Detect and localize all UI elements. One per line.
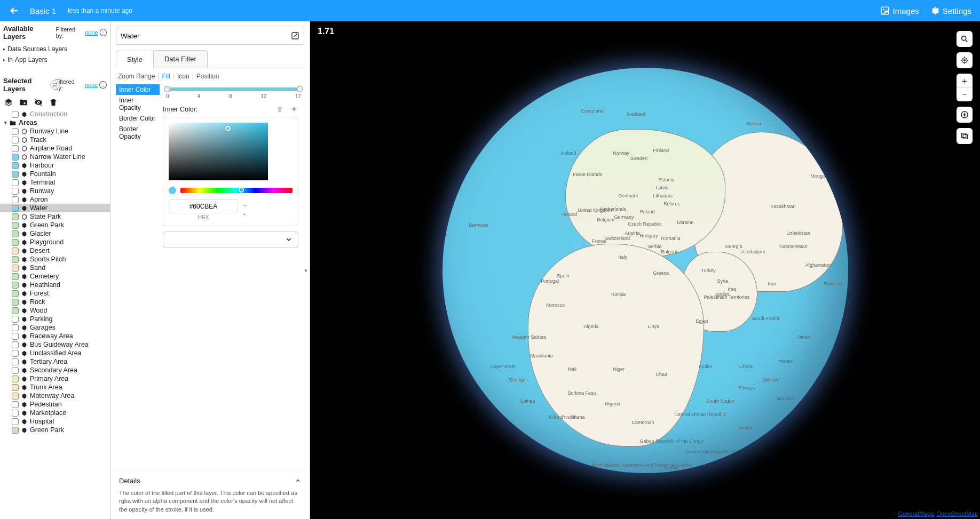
list-item[interactable]: Runway <box>0 187 110 195</box>
shape-icon <box>21 188 28 195</box>
visibility-off-icon[interactable] <box>34 98 43 107</box>
edit-icon[interactable] <box>291 31 299 40</box>
list-item[interactable]: Green Park <box>0 221 110 229</box>
layer-name-input[interactable] <box>121 32 291 40</box>
subtab-icon[interactable]: Icon <box>177 73 189 80</box>
list-item[interactable]: Fountain <box>0 170 110 178</box>
list-item[interactable]: Water <box>0 204 110 212</box>
split-handle[interactable] <box>50 80 60 90</box>
list-item[interactable]: Playground <box>0 238 110 246</box>
list-item[interactable]: Bus Guideway Area <box>0 340 110 349</box>
list-item[interactable]: Glacier <box>0 229 110 238</box>
slider-handle-min[interactable] <box>164 86 170 92</box>
shape-icon <box>21 239 28 246</box>
list-item[interactable]: Sand <box>0 264 110 272</box>
format-stepper[interactable]: ⌃ ⌄ <box>242 204 247 216</box>
fill-options: Inner Color Inner Opacity Border Color B… <box>116 84 160 247</box>
list-item[interactable]: Tertiary Area <box>0 357 110 366</box>
list-item[interactable]: Desert <box>0 246 110 255</box>
layers-icon[interactable] <box>4 98 13 107</box>
search-map-button[interactable] <box>957 31 973 47</box>
hue-handle[interactable] <box>239 187 244 193</box>
list-item[interactable]: Runway Line <box>0 127 110 135</box>
list-item[interactable]: Airplane Road <box>0 144 110 153</box>
list-item[interactable]: Heathland <box>0 281 110 289</box>
panel-collapse-handle[interactable] <box>302 260 310 281</box>
value-range-slider[interactable] <box>166 85 301 93</box>
opt-border-opacity[interactable]: Border Opacity <box>116 124 160 142</box>
hue-slider[interactable] <box>180 188 293 193</box>
view-3d-button[interactable] <box>957 128 973 144</box>
satval-cursor[interactable] <box>225 126 231 131</box>
list-item[interactable]: Forest <box>0 289 110 298</box>
panel-tabs: Style Data Filter <box>116 50 304 68</box>
shape-icon <box>21 205 28 212</box>
subtab-position[interactable]: Position <box>196 73 219 80</box>
delete-icon[interactable] <box>49 98 58 107</box>
layer-label: Forest <box>30 290 49 297</box>
list-item[interactable]: Track <box>0 135 110 144</box>
tab-data-filter[interactable]: Data Filter <box>153 50 208 68</box>
list-item[interactable]: Trunk Area <box>0 383 110 392</box>
list-item[interactable]: Wood <box>0 306 110 315</box>
delete-stop-icon[interactable] <box>276 106 283 113</box>
list-item[interactable]: Harbour <box>0 161 110 170</box>
list-item[interactable]: Parking <box>0 315 110 323</box>
folder-add-icon[interactable] <box>19 98 28 107</box>
chevron-up-icon[interactable]: ⌃ <box>242 204 247 210</box>
list-item[interactable]: Green Park <box>0 426 110 434</box>
collapse-details-icon[interactable] <box>295 477 301 484</box>
style-dropdown[interactable] <box>163 231 298 247</box>
list-item[interactable]: State Park <box>0 212 110 221</box>
chevron-down-icon[interactable]: ⌄ <box>242 210 247 216</box>
list-item[interactable]: Pedestrian <box>0 400 110 409</box>
country-label: Cape Verde <box>491 364 516 369</box>
available-layer-item[interactable]: In-App Layers <box>0 54 110 65</box>
list-item[interactable]: Sports Pitch <box>0 255 110 264</box>
attribution-generalmagic[interactable]: GeneralMagic <box>898 510 935 517</box>
country-label: Bermuda <box>469 222 489 228</box>
opt-inner-opacity[interactable]: Inner Opacity <box>116 95 160 113</box>
settings-button[interactable]: Settings <box>930 6 971 15</box>
list-item[interactable]: Marketplace <box>0 409 110 417</box>
list-item[interactable]: Raceway Area <box>0 332 110 340</box>
globe[interactable]: IcelandGreenlandSvalbardNorwaySwedenFinl… <box>442 68 848 473</box>
subtab-fill[interactable]: Fill <box>162 73 170 80</box>
list-item[interactable]: Garages <box>0 323 110 332</box>
saturation-value-field[interactable] <box>169 123 268 180</box>
tab-style[interactable]: Style <box>116 51 154 68</box>
add-stop-icon[interactable]: ＋ <box>290 103 298 115</box>
list-item[interactable]: Motorway Area <box>0 392 110 400</box>
slider-handle-max[interactable] <box>297 86 303 92</box>
images-button[interactable]: Images <box>880 6 919 15</box>
back-button[interactable] <box>9 5 20 17</box>
layer-group-areas[interactable]: ▾Areas <box>0 118 110 127</box>
list-item[interactable]: Construction <box>0 110 110 118</box>
opt-border-color[interactable]: Border Color <box>116 113 160 124</box>
layer-name-field[interactable] <box>116 27 304 45</box>
hex-input[interactable] <box>169 199 238 213</box>
list-item[interactable]: Secondary Area <box>0 366 110 374</box>
list-item[interactable]: Narrow Water Line <box>0 153 110 161</box>
map-preview[interactable]: 1.71 IcelandGreenlandSvalbardNorwaySwede… <box>310 21 980 519</box>
attribution-osm[interactable]: OpenStreetMap <box>936 510 978 517</box>
country-label: Sudan <box>699 364 713 369</box>
list-item[interactable]: Terminal <box>0 178 110 187</box>
available-filter[interactable]: Filtered by: none ⋮ <box>56 26 107 39</box>
list-item[interactable]: Primary Area <box>0 374 110 383</box>
subtab-zoom[interactable]: Zoom Range <box>118 73 155 80</box>
list-item[interactable]: Apron <box>0 195 110 204</box>
country-label: Greenland <box>581 108 604 114</box>
available-layer-item[interactable]: Data Sources Layers <box>0 44 110 54</box>
list-item[interactable]: Rock <box>0 298 110 306</box>
list-item[interactable]: Unclassified Area <box>0 349 110 357</box>
compass-button[interactable] <box>957 107 973 123</box>
selected-filter[interactable]: Filtered by: none ⋮ <box>55 78 107 91</box>
opt-inner-color[interactable]: Inner Color <box>116 84 160 95</box>
list-item[interactable]: Hospital <box>0 417 110 426</box>
layers-tree[interactable]: Construction▾AreasRunway LineTrackAirpla… <box>0 110 110 519</box>
zoom-in-button[interactable]: ＋ <box>957 75 973 87</box>
list-item[interactable]: Cemetery <box>0 272 110 281</box>
locate-button[interactable] <box>957 52 973 68</box>
zoom-out-button[interactable]: − <box>957 87 973 100</box>
